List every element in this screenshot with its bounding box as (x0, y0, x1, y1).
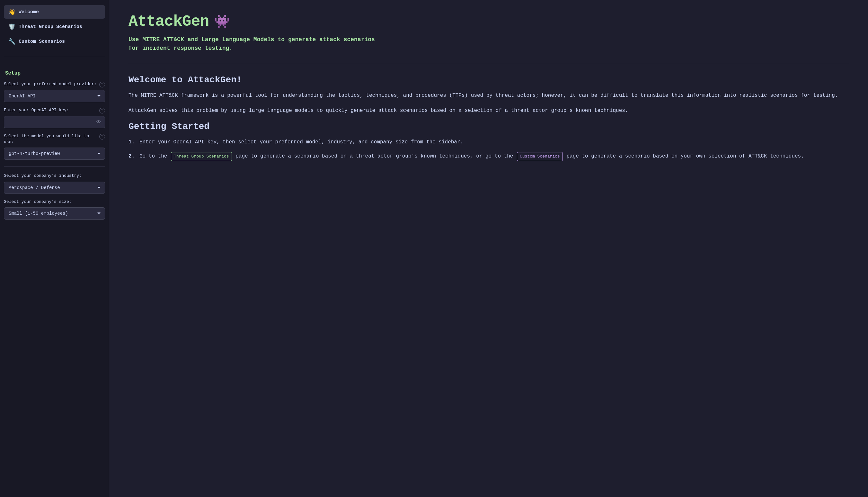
setup-section: Setup Select your preferred model provid… (4, 70, 105, 225)
sidebar: 👋 Welcome 🛡️ Threat Group Scenarios 🔧 Cu… (0, 0, 109, 497)
app-header: AttackGen 👾 (129, 13, 849, 30)
step-1-number: 1. (129, 138, 135, 146)
company-size-label: Select your company's size: (4, 199, 105, 205)
welcome-icon: 👋 (8, 8, 15, 15)
sidebar-item-welcome-label: Welcome (19, 9, 39, 15)
shield-icon: 🛡️ (8, 23, 15, 30)
model-select-label: Select the model you would like to use: … (4, 133, 105, 145)
main-content: AttackGen 👾 Use MITRE ATT&CK and Large L… (109, 0, 868, 497)
sidebar-item-threat-group-label: Threat Group Scenarios (19, 24, 82, 30)
intro-para-2: AttackGen solves this problem by using l… (129, 106, 849, 115)
sidebar-nav: 👋 Welcome 🛡️ Threat Group Scenarios 🔧 Cu… (4, 5, 105, 49)
app-logo-icon: 👾 (214, 14, 230, 30)
step-2-number: 2. (129, 152, 135, 161)
model-select-help[interactable]: ? (99, 134, 105, 140)
sidebar-item-threat-group[interactable]: 🛡️ Threat Group Scenarios (4, 20, 105, 33)
company-size-select[interactable]: Small (1-50 employees) Medium (51-500 em… (4, 207, 105, 219)
getting-started-title: Getting Started (129, 122, 849, 131)
industry-label: Select your company's industry: (4, 173, 105, 179)
model-provider-help[interactable]: ? (99, 82, 105, 87)
app-title: AttackGen (129, 13, 209, 30)
api-key-input[interactable] (4, 116, 105, 128)
model-provider-group: Select your preferred model provider: ? … (4, 81, 105, 102)
steps-list: 1. Enter your OpenAI API key, then selec… (129, 138, 849, 161)
toggle-password-icon[interactable]: 👁 (96, 119, 101, 125)
sidebar-item-custom[interactable]: 🔧 Custom Scenarios (4, 35, 105, 48)
threat-group-badge: Threat Group Scenarios (171, 152, 232, 161)
step-1: 1. Enter your OpenAI API key, then selec… (129, 138, 849, 146)
sidebar-divider (4, 56, 105, 56)
model-provider-label: Select your preferred model provider: ? (4, 81, 105, 87)
model-provider-select[interactable]: OpenAI API Azure OpenAI Anthropic Google (4, 90, 105, 102)
industry-select[interactable]: Aerospace / Defense Finance Healthcare T… (4, 182, 105, 194)
step-2: 2. Go to the Threat Group Scenarios page… (129, 152, 849, 161)
api-key-input-wrapper: 👁 (4, 116, 105, 128)
custom-scenarios-badge: Custom Scenarios (517, 152, 563, 161)
company-size-group: Select your company's size: Small (1-50 … (4, 199, 105, 219)
api-key-group: Enter your OpenAI API key: ? 👁 (4, 108, 105, 128)
intro-para-1: The MITRE ATT&CK framework is a powerful… (129, 91, 849, 100)
setup-divider (4, 166, 105, 167)
model-select[interactable]: gpt-4-turbo-preview gpt-4 gpt-3.5-turbo … (4, 147, 105, 160)
setup-title: Setup (4, 70, 105, 76)
step-1-text: Enter your OpenAI API key, then select y… (139, 138, 463, 146)
wrench-icon: 🔧 (8, 38, 15, 45)
app-subtitle: Use MITRE ATT&CK and Large Language Mode… (129, 36, 849, 53)
sidebar-item-custom-label: Custom Scenarios (19, 39, 65, 44)
model-select-group: Select the model you would like to use: … (4, 133, 105, 160)
api-key-label: Enter your OpenAI API key: ? (4, 108, 105, 113)
main-divider (129, 63, 849, 63)
welcome-title: Welcome to AttackGen! (129, 75, 849, 85)
sidebar-item-welcome[interactable]: 👋 Welcome (4, 5, 105, 19)
api-key-help[interactable]: ? (99, 108, 105, 113)
industry-group: Select your company's industry: Aerospac… (4, 173, 105, 194)
step-2-text: Go to the Threat Group Scenarios page to… (139, 152, 804, 161)
